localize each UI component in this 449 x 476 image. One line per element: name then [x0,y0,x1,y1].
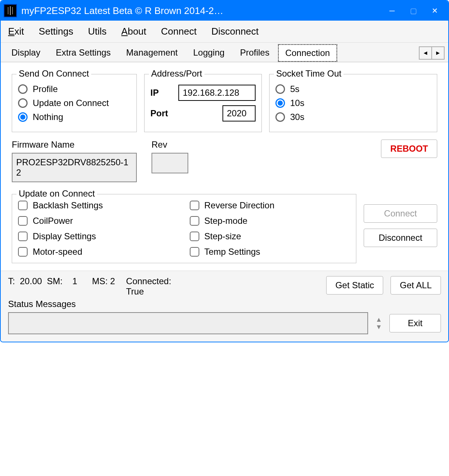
tab-profiles[interactable]: Profiles [233,44,277,62]
minimize-button[interactable]: ─ [381,1,403,21]
checkbox-icon [190,201,199,210]
radio-timeout-5s[interactable]: 5s [275,84,431,94]
checkbox-icon [190,247,199,257]
menu-utils[interactable]: Utils [88,26,107,37]
radio-icon [18,84,28,94]
ip-input[interactable] [178,85,256,101]
spinner-down[interactable]: ▼ [375,324,382,330]
port-label: Port [150,108,172,119]
titlebar: myFP2ESP32 Latest Beta © R Brown 2014-2…… [1,1,448,21]
radio-timeout-30s[interactable]: 30s [275,112,431,122]
ip-label: IP [150,88,172,98]
connected-status: Connected:True [126,276,171,297]
radio-profile[interactable]: Profile [18,84,131,94]
tab-scroll-left[interactable]: ◄ [419,47,432,59]
app-icon [4,4,17,17]
radio-icon [18,98,28,108]
address-port-group: Address/Port IP Port [144,74,262,132]
firmware-name-value: PRO2ESP32DRV8825250-12 [12,153,137,182]
update-on-connect-group: Update on Connect Backlash SettingsRever… [12,194,356,263]
status-messages-label: Status Messages [8,299,441,309]
menu-disconnect[interactable]: Disconnect [211,26,259,37]
tab-scroll-arrows: ◄ ► [419,46,445,60]
tab-scroll-right[interactable]: ► [432,47,444,59]
menu-about[interactable]: About [121,26,146,37]
checkbox-icon [190,216,199,226]
main-window: myFP2ESP32 Latest Beta © R Brown 2014-2…… [0,0,449,342]
send-on-connect-group: Send On Connect ProfileUpdate on Connect… [12,74,137,132]
group-title: Address/Port [149,68,204,79]
tabbar: DisplayExtra SettingsManagementLoggingPr… [1,43,448,62]
get-all-button[interactable]: Get ALL [391,276,441,295]
close-button[interactable]: ✕ [424,1,445,21]
radio-icon [18,112,28,122]
statusbar: T: 20.00 SM: 1 MS: 2 Connected:True Get … [1,271,448,342]
checkbox-step-size[interactable]: Step-size [190,231,350,241]
maximize-button[interactable]: ▢ [403,1,424,21]
menu-exit[interactable]: Exit [8,26,24,37]
checkbox-temp-settings[interactable]: Temp Settings [190,247,350,257]
tab-content: Send On Connect ProfileUpdate on Connect… [1,62,448,271]
checkbox-display-settings[interactable]: Display Settings [18,231,179,241]
connect-button[interactable]: Connect [364,204,437,223]
exit-button[interactable]: Exit [389,314,441,332]
menu-connect[interactable]: Connect [161,26,197,37]
disconnect-button[interactable]: Disconnect [364,229,437,247]
checkbox-reverse-direction[interactable]: Reverse Direction [190,200,350,211]
port-input[interactable] [222,105,256,121]
menubar: ExitSettingsUtilsAboutConnectDisconnect [1,21,448,43]
socket-timeout-group: Socket Time Out 5s10s30s [269,74,437,132]
reboot-button[interactable]: REBOOT [381,140,437,158]
tab-connection[interactable]: Connection [278,44,337,62]
status-info: T: 20.00 SM: 1 MS: 2 [8,276,115,286]
messages-spinner: ▲ ▼ [375,316,382,330]
checkbox-coilpower[interactable]: CoilPower [18,216,179,226]
checkbox-step-mode[interactable]: Step-mode [190,216,350,226]
tab-display[interactable]: Display [4,44,47,62]
menu-settings[interactable]: Settings [39,26,73,37]
radio-icon [275,98,285,108]
checkbox-motor-speed[interactable]: Motor-speed [18,247,179,257]
checkbox-icon [18,216,28,226]
checkbox-icon [18,247,28,257]
get-static-button[interactable]: Get Static [326,276,383,295]
radio-nothing[interactable]: Nothing [18,112,131,122]
group-title: Send On Connect [17,68,91,79]
radio-icon [275,84,285,94]
firmware-name-label: Firmware Name [12,140,137,150]
checkbox-backlash-settings[interactable]: Backlash Settings [18,200,179,211]
radio-icon [275,112,285,122]
window-title: myFP2ESP32 Latest Beta © R Brown 2014-2… [21,5,381,17]
radio-update-on-connect[interactable]: Update on Connect [18,98,131,108]
spinner-up[interactable]: ▲ [375,316,382,323]
checkbox-icon [18,201,28,210]
tab-management[interactable]: Management [119,44,185,62]
checkbox-icon [18,232,28,241]
tab-extra-settings[interactable]: Extra Settings [49,44,118,62]
rev-label: Rev [152,140,196,150]
group-title: Socket Time Out [274,68,343,79]
tab-logging[interactable]: Logging [186,44,231,62]
group-title: Update on Connect [17,188,97,199]
status-messages-box[interactable] [8,312,368,334]
radio-timeout-10s[interactable]: 10s [275,98,431,108]
rev-value [152,153,188,173]
checkbox-icon [190,232,199,241]
